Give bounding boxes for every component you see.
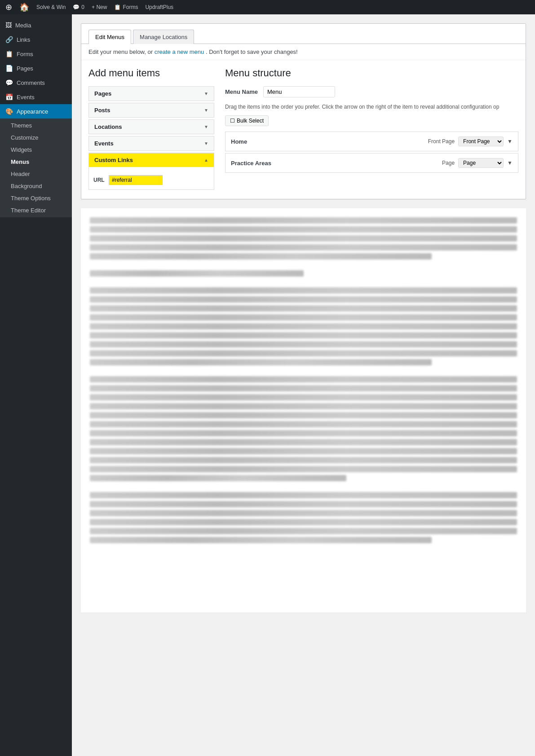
tab-bar: Edit Menus Manage Locations (81, 24, 526, 44)
main-content: Edit Menus Manage Locations Edit your me… (72, 14, 535, 756)
chevron-down-icon: ▼ (204, 91, 208, 96)
accordion-pages: Pages ▼ (88, 86, 214, 101)
menu-structure-title: Menu structure (225, 67, 518, 79)
sidebar-item-comments[interactable]: 💬 Comments (0, 75, 72, 90)
menu-item-practice-areas: Practice Areas Page Page Front Page Cust… (225, 153, 518, 173)
chevron-down-icon: ▼ (204, 108, 208, 113)
chevron-down-icon: ▼ (204, 141, 208, 146)
main-layout: 🖼 Media 🔗 Links 📋 Forms 📄 Pages 💬 Commen… (0, 14, 535, 756)
tab-edit-menus[interactable]: Edit Menus (88, 30, 131, 44)
updraft-button[interactable]: UpdraftPlus (145, 4, 173, 10)
new-button[interactable]: + New (92, 4, 107, 10)
sidebar-item-themes[interactable]: Themes (0, 119, 72, 132)
wp-logo-icon[interactable]: ⊕ (5, 2, 12, 12)
sidebar-item-links[interactable]: 🔗 Links (0, 32, 72, 47)
menu-name-input[interactable] (263, 86, 335, 97)
blurred-para-4 (90, 376, 517, 481)
accordion-custom-links-body: URL (89, 167, 214, 189)
bulk-select-icon: ☐ (230, 118, 235, 124)
comments-button[interactable]: 💬 0 (73, 4, 84, 10)
links-icon: 🔗 (5, 36, 13, 43)
accordion-posts: Posts ▼ (88, 103, 214, 118)
comments-icon: 💬 (73, 4, 80, 10)
events-icon: 📅 (5, 93, 13, 101)
forms-sidebar-icon: 📋 (5, 50, 13, 57)
menu-name-label: Menu Name (225, 88, 258, 95)
sidebar-item-forms[interactable]: 📋 Forms (0, 47, 72, 61)
menu-item-home-type: Front Page (428, 138, 455, 145)
sidebar-item-media[interactable]: 🖼 Media (0, 18, 72, 32)
forms-icon: 📋 (114, 4, 121, 10)
menu-item-practice-areas-type: Page (442, 160, 455, 166)
chevron-down-icon[interactable]: ▼ (507, 160, 513, 166)
sidebar-item-header[interactable]: Header (0, 168, 72, 180)
chevron-down-icon[interactable]: ▼ (507, 138, 513, 145)
sidebar-item-pages[interactable]: 📄 Pages (0, 61, 72, 75)
menu-item-home-type-select[interactable]: Front Page Page Custom Link (458, 136, 504, 146)
blurred-para-2 (90, 270, 517, 277)
create-new-menu-link[interactable]: create a new menu (155, 48, 204, 55)
bulk-select-button[interactable]: ☐ Bulk Select (225, 115, 269, 126)
media-icon: 🖼 (5, 22, 12, 29)
sidebar-item-customize[interactable]: Customize (0, 132, 72, 144)
drag-hint: Drag the items into the order you prefer… (225, 103, 518, 111)
url-row: URL (93, 175, 209, 185)
comments-sidebar-icon: 💬 (5, 79, 13, 86)
accordion-locations: Locations ▼ (88, 119, 214, 134)
site-name[interactable]: Solve & Win (36, 4, 66, 10)
url-label: URL (93, 177, 106, 183)
blurred-para-1 (90, 217, 517, 259)
appearance-icon: 🎨 (5, 108, 13, 115)
panels-row: Add menu items Pages ▼ Posts (81, 60, 526, 199)
accordion-events: Events ▼ (88, 136, 214, 151)
accordion-posts-header[interactable]: Posts ▼ (89, 103, 214, 117)
menu-item-home-label: Home (231, 138, 247, 145)
sidebar-item-menus[interactable]: Menus (0, 156, 72, 168)
add-menu-items-panel: Add menu items Pages ▼ Posts (88, 67, 214, 192)
sidebar-item-events[interactable]: 📅 Events (0, 90, 72, 104)
menu-name-row: Menu Name (225, 86, 518, 97)
chevron-up-icon: ▲ (204, 158, 208, 163)
forms-button[interactable]: 📋 Forms (114, 4, 138, 10)
menu-item-practice-areas-type-select[interactable]: Page Front Page Custom Link (458, 158, 504, 168)
tab-manage-locations[interactable]: Manage Locations (133, 30, 194, 44)
accordion-pages-header[interactable]: Pages ▼ (89, 87, 214, 101)
blurred-para-3 (90, 287, 517, 365)
menu-item-practice-areas-label: Practice Areas (231, 160, 271, 167)
sidebar-item-theme-editor[interactable]: Theme Editor (0, 204, 72, 216)
sidebar-item-background[interactable]: Background (0, 180, 72, 192)
menu-item-home: Home Front Page Front Page Page Custom L… (225, 132, 518, 151)
accordion-locations-header[interactable]: Locations ▼ (89, 120, 214, 134)
accordion-events-header[interactable]: Events ▼ (89, 136, 214, 150)
pages-icon: 📄 (5, 65, 13, 72)
sidebar: 🖼 Media 🔗 Links 📋 Forms 📄 Pages 💬 Commen… (0, 14, 72, 756)
sidebar-item-widgets[interactable]: Widgets (0, 144, 72, 156)
accordion-custom-links-header[interactable]: Custom Links ▲ (89, 153, 214, 167)
sidebar-item-theme-options[interactable]: Theme Options (0, 192, 72, 204)
url-input[interactable] (109, 175, 163, 185)
add-menu-items-title: Add menu items (88, 67, 214, 79)
info-bar: Edit your menu below, or create a new me… (81, 44, 526, 60)
chevron-down-icon: ▼ (204, 124, 208, 129)
menus-panel: Edit Menus Manage Locations Edit your me… (81, 23, 526, 199)
admin-bar: ⊕ 🏠 Solve & Win 💬 0 + New 📋 Forms Updraf… (0, 0, 535, 14)
accordion-custom-links: Custom Links ▲ URL (88, 153, 214, 190)
document-area (81, 208, 526, 612)
blurred-para-5 (90, 492, 517, 543)
menu-structure-panel: Menu structure Menu Name Drag the items … (214, 67, 518, 192)
appearance-submenu: Themes Customize Widgets Menus Header Ba… (0, 119, 72, 217)
sidebar-item-appearance[interactable]: 🎨 Appearance (0, 104, 72, 119)
